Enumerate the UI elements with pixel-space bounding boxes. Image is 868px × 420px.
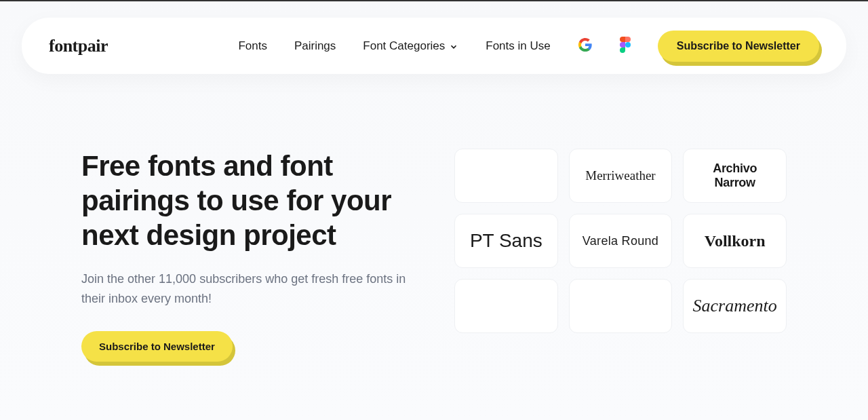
font-card-archivo-narrow[interactable]: Archivo Narrow [683, 149, 787, 203]
hero-title: Free fonts and font pairings to use for … [81, 149, 414, 253]
figma-icon[interactable] [620, 37, 631, 56]
font-card-vollkorn[interactable]: Vollkorn [683, 214, 787, 268]
nav-fonts-in-use[interactable]: Fonts in Use [486, 39, 550, 53]
hero-subtitle: Join the other 11,000 subscribers who ge… [81, 269, 414, 309]
google-icon[interactable] [578, 37, 593, 55]
logo[interactable]: fontpair [49, 36, 108, 56]
nav-links: Fonts Pairings Font Categories Fonts in … [238, 31, 819, 62]
hero-subscribe-button[interactable]: Subscribe to Newsletter [81, 331, 233, 362]
font-card-pt-sans[interactable]: PT Sans [454, 214, 558, 268]
chevron-down-icon [449, 41, 458, 51]
font-card-blank-3[interactable] [569, 279, 673, 333]
subscribe-button[interactable]: Subscribe to Newsletter [658, 31, 819, 62]
nav-categories-label: Font Categories [363, 39, 445, 53]
nav-categories[interactable]: Font Categories [363, 39, 458, 53]
hero-section: Free fonts and font pairings to use for … [0, 74, 868, 362]
font-card-blank-1[interactable] [454, 149, 558, 203]
font-card-blank-2[interactable] [454, 279, 558, 333]
font-card-varela-round[interactable]: Varela Round [569, 214, 673, 268]
nav-pairings[interactable]: Pairings [294, 39, 336, 53]
main-nav: fontpair Fonts Pairings Font Categories … [22, 18, 846, 74]
font-grid: Merriweather Archivo Narrow PT Sans Vare… [454, 149, 787, 362]
font-card-sacramento[interactable]: Sacramento [683, 279, 787, 333]
nav-fonts[interactable]: Fonts [238, 39, 267, 53]
font-card-merriweather[interactable]: Merriweather [569, 149, 673, 203]
hero-content: Free fonts and font pairings to use for … [81, 149, 414, 362]
